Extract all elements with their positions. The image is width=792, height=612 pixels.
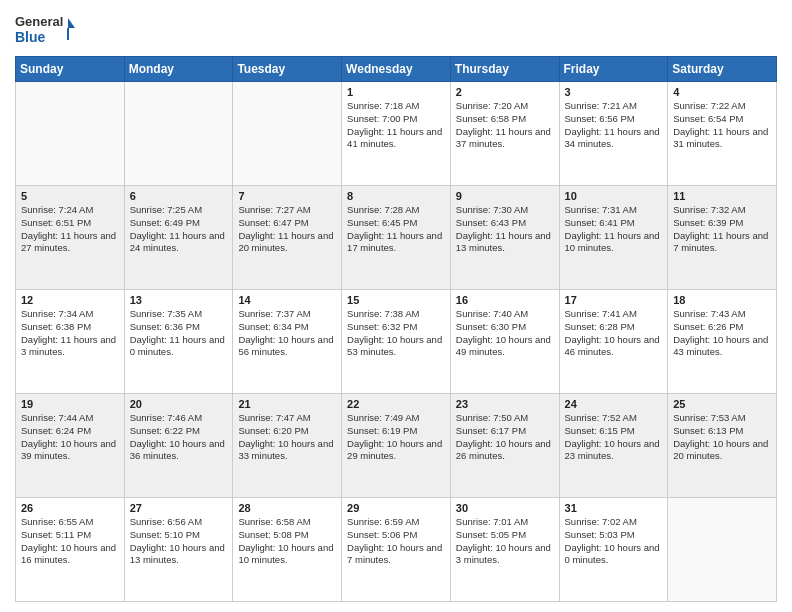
- page: General Blue SundayMondayTuesdayWednesda…: [0, 0, 792, 612]
- calendar-cell: 30Sunrise: 7:01 AM Sunset: 5:05 PM Dayli…: [450, 498, 559, 602]
- day-number: 21: [238, 398, 336, 410]
- day-number: 1: [347, 86, 445, 98]
- logo: General Blue: [15, 10, 75, 48]
- calendar-cell: 10Sunrise: 7:31 AM Sunset: 6:41 PM Dayli…: [559, 186, 668, 290]
- day-number: 25: [673, 398, 771, 410]
- day-info: Sunrise: 7:20 AM Sunset: 6:58 PM Dayligh…: [456, 100, 554, 151]
- day-number: 31: [565, 502, 663, 514]
- calendar-cell: 13Sunrise: 7:35 AM Sunset: 6:36 PM Dayli…: [124, 290, 233, 394]
- day-number: 7: [238, 190, 336, 202]
- day-info: Sunrise: 7:50 AM Sunset: 6:17 PM Dayligh…: [456, 412, 554, 463]
- calendar-cell: [16, 82, 125, 186]
- day-number: 12: [21, 294, 119, 306]
- day-number: 15: [347, 294, 445, 306]
- col-header-sunday: Sunday: [16, 57, 125, 82]
- calendar-cell: 28Sunrise: 6:58 AM Sunset: 5:08 PM Dayli…: [233, 498, 342, 602]
- day-number: 29: [347, 502, 445, 514]
- calendar-cell: 26Sunrise: 6:55 AM Sunset: 5:11 PM Dayli…: [16, 498, 125, 602]
- calendar-cell: 20Sunrise: 7:46 AM Sunset: 6:22 PM Dayli…: [124, 394, 233, 498]
- calendar-cell: 14Sunrise: 7:37 AM Sunset: 6:34 PM Dayli…: [233, 290, 342, 394]
- day-info: Sunrise: 7:43 AM Sunset: 6:26 PM Dayligh…: [673, 308, 771, 359]
- calendar-cell: 2Sunrise: 7:20 AM Sunset: 6:58 PM Daylig…: [450, 82, 559, 186]
- calendar-cell: [668, 498, 777, 602]
- col-header-tuesday: Tuesday: [233, 57, 342, 82]
- calendar-cell: 11Sunrise: 7:32 AM Sunset: 6:39 PM Dayli…: [668, 186, 777, 290]
- day-info: Sunrise: 7:31 AM Sunset: 6:41 PM Dayligh…: [565, 204, 663, 255]
- calendar-cell: 21Sunrise: 7:47 AM Sunset: 6:20 PM Dayli…: [233, 394, 342, 498]
- calendar-cell: 27Sunrise: 6:56 AM Sunset: 5:10 PM Dayli…: [124, 498, 233, 602]
- calendar-cell: 31Sunrise: 7:02 AM Sunset: 5:03 PM Dayli…: [559, 498, 668, 602]
- day-info: Sunrise: 7:01 AM Sunset: 5:05 PM Dayligh…: [456, 516, 554, 567]
- day-number: 24: [565, 398, 663, 410]
- week-row-2: 5Sunrise: 7:24 AM Sunset: 6:51 PM Daylig…: [16, 186, 777, 290]
- day-number: 16: [456, 294, 554, 306]
- day-number: 27: [130, 502, 228, 514]
- calendar-cell: 17Sunrise: 7:41 AM Sunset: 6:28 PM Dayli…: [559, 290, 668, 394]
- day-info: Sunrise: 7:32 AM Sunset: 6:39 PM Dayligh…: [673, 204, 771, 255]
- svg-text:General: General: [15, 14, 63, 29]
- calendar-cell: 7Sunrise: 7:27 AM Sunset: 6:47 PM Daylig…: [233, 186, 342, 290]
- day-number: 10: [565, 190, 663, 202]
- day-number: 20: [130, 398, 228, 410]
- week-row-4: 19Sunrise: 7:44 AM Sunset: 6:24 PM Dayli…: [16, 394, 777, 498]
- day-info: Sunrise: 7:47 AM Sunset: 6:20 PM Dayligh…: [238, 412, 336, 463]
- col-header-saturday: Saturday: [668, 57, 777, 82]
- calendar-cell: [233, 82, 342, 186]
- day-info: Sunrise: 7:30 AM Sunset: 6:43 PM Dayligh…: [456, 204, 554, 255]
- day-info: Sunrise: 7:52 AM Sunset: 6:15 PM Dayligh…: [565, 412, 663, 463]
- calendar-cell: 25Sunrise: 7:53 AM Sunset: 6:13 PM Dayli…: [668, 394, 777, 498]
- col-header-friday: Friday: [559, 57, 668, 82]
- day-number: 26: [21, 502, 119, 514]
- week-row-5: 26Sunrise: 6:55 AM Sunset: 5:11 PM Dayli…: [16, 498, 777, 602]
- day-info: Sunrise: 7:28 AM Sunset: 6:45 PM Dayligh…: [347, 204, 445, 255]
- day-number: 22: [347, 398, 445, 410]
- day-info: Sunrise: 7:46 AM Sunset: 6:22 PM Dayligh…: [130, 412, 228, 463]
- calendar-header-row: SundayMondayTuesdayWednesdayThursdayFrid…: [16, 57, 777, 82]
- day-number: 5: [21, 190, 119, 202]
- calendar-cell: 24Sunrise: 7:52 AM Sunset: 6:15 PM Dayli…: [559, 394, 668, 498]
- day-info: Sunrise: 7:49 AM Sunset: 6:19 PM Dayligh…: [347, 412, 445, 463]
- day-info: Sunrise: 7:41 AM Sunset: 6:28 PM Dayligh…: [565, 308, 663, 359]
- day-number: 23: [456, 398, 554, 410]
- day-number: 4: [673, 86, 771, 98]
- day-number: 30: [456, 502, 554, 514]
- day-info: Sunrise: 7:22 AM Sunset: 6:54 PM Dayligh…: [673, 100, 771, 151]
- day-info: Sunrise: 7:18 AM Sunset: 7:00 PM Dayligh…: [347, 100, 445, 151]
- calendar-cell: 16Sunrise: 7:40 AM Sunset: 6:30 PM Dayli…: [450, 290, 559, 394]
- svg-text:Blue: Blue: [15, 29, 46, 45]
- day-info: Sunrise: 7:27 AM Sunset: 6:47 PM Dayligh…: [238, 204, 336, 255]
- day-info: Sunrise: 7:35 AM Sunset: 6:36 PM Dayligh…: [130, 308, 228, 359]
- day-number: 28: [238, 502, 336, 514]
- calendar-cell: 18Sunrise: 7:43 AM Sunset: 6:26 PM Dayli…: [668, 290, 777, 394]
- day-info: Sunrise: 6:55 AM Sunset: 5:11 PM Dayligh…: [21, 516, 119, 567]
- calendar-cell: 19Sunrise: 7:44 AM Sunset: 6:24 PM Dayli…: [16, 394, 125, 498]
- calendar-cell: 15Sunrise: 7:38 AM Sunset: 6:32 PM Dayli…: [342, 290, 451, 394]
- day-number: 3: [565, 86, 663, 98]
- calendar-cell: 1Sunrise: 7:18 AM Sunset: 7:00 PM Daylig…: [342, 82, 451, 186]
- col-header-wednesday: Wednesday: [342, 57, 451, 82]
- day-number: 2: [456, 86, 554, 98]
- day-info: Sunrise: 7:02 AM Sunset: 5:03 PM Dayligh…: [565, 516, 663, 567]
- day-number: 8: [347, 190, 445, 202]
- day-number: 17: [565, 294, 663, 306]
- calendar-cell: 5Sunrise: 7:24 AM Sunset: 6:51 PM Daylig…: [16, 186, 125, 290]
- header: General Blue: [15, 10, 777, 48]
- day-info: Sunrise: 7:53 AM Sunset: 6:13 PM Dayligh…: [673, 412, 771, 463]
- calendar-cell: 29Sunrise: 6:59 AM Sunset: 5:06 PM Dayli…: [342, 498, 451, 602]
- day-info: Sunrise: 6:59 AM Sunset: 5:06 PM Dayligh…: [347, 516, 445, 567]
- day-info: Sunrise: 7:21 AM Sunset: 6:56 PM Dayligh…: [565, 100, 663, 151]
- day-info: Sunrise: 7:44 AM Sunset: 6:24 PM Dayligh…: [21, 412, 119, 463]
- day-info: Sunrise: 6:56 AM Sunset: 5:10 PM Dayligh…: [130, 516, 228, 567]
- calendar-cell: 8Sunrise: 7:28 AM Sunset: 6:45 PM Daylig…: [342, 186, 451, 290]
- col-header-monday: Monday: [124, 57, 233, 82]
- week-row-3: 12Sunrise: 7:34 AM Sunset: 6:38 PM Dayli…: [16, 290, 777, 394]
- day-number: 18: [673, 294, 771, 306]
- day-info: Sunrise: 7:37 AM Sunset: 6:34 PM Dayligh…: [238, 308, 336, 359]
- calendar-cell: 6Sunrise: 7:25 AM Sunset: 6:49 PM Daylig…: [124, 186, 233, 290]
- calendar-cell: 12Sunrise: 7:34 AM Sunset: 6:38 PM Dayli…: [16, 290, 125, 394]
- calendar-table: SundayMondayTuesdayWednesdayThursdayFrid…: [15, 56, 777, 602]
- calendar-cell: 22Sunrise: 7:49 AM Sunset: 6:19 PM Dayli…: [342, 394, 451, 498]
- day-number: 14: [238, 294, 336, 306]
- day-info: Sunrise: 6:58 AM Sunset: 5:08 PM Dayligh…: [238, 516, 336, 567]
- logo-svg: General Blue: [15, 10, 75, 48]
